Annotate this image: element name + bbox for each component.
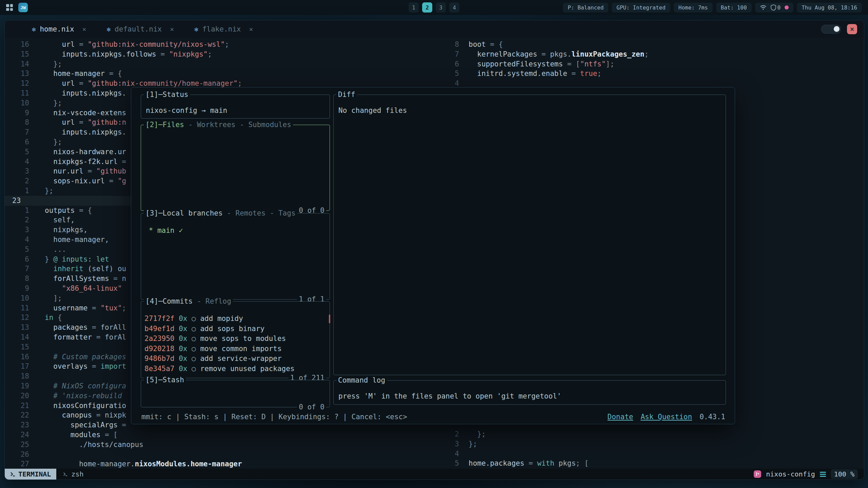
code-line: 26 <box>5 450 448 460</box>
line-number: 2 <box>5 176 39 186</box>
tab-close-icon[interactable]: × <box>170 25 174 33</box>
code-text: }; <box>462 429 486 439</box>
line-number: 3 <box>5 225 39 235</box>
lazygit-panel-commits[interactable]: [4]─Commits - Reflog 2717f2f 0x ○ add mo… <box>141 301 330 378</box>
panel-title: [2]─Files - Worktrees - Submodules <box>144 120 293 130</box>
code-text: ]; <box>39 293 62 303</box>
commit-row[interactable]: b49ef1d 0x ○ add sops binary <box>144 324 326 334</box>
tab-label: flake.nix <box>202 25 241 33</box>
shell-label: zsh <box>71 470 83 478</box>
ask-question-link[interactable]: Ask Question <box>640 413 692 421</box>
commit-row[interactable]: 9486b7d 0x ○ add service-wrapper <box>144 354 326 364</box>
editor-window: ✻home.nix×✻default.nix×✻flake.nix× × 16 … <box>4 20 864 480</box>
line-number: 20 <box>5 391 39 401</box>
panel-title: [4]─Commits - Reflog <box>144 297 233 306</box>
tab-close-icon[interactable]: × <box>249 25 253 33</box>
workspace-switcher: 1234 <box>409 2 459 13</box>
line-number: 1 <box>5 206 39 216</box>
code-text: nixpkgs-f2k.url = <box>39 157 126 167</box>
tab-close-icon[interactable]: × <box>82 25 86 33</box>
window-close-button[interactable]: × <box>847 24 857 34</box>
mode-badge: TERMINAL <box>5 469 56 480</box>
code-text: nix-vscode-extens <box>39 108 126 118</box>
line-number: 7 <box>5 264 39 274</box>
workspace-4[interactable]: 4 <box>449 2 459 13</box>
lazygit-panel-command-log[interactable]: Command log press 'M' in the files panel… <box>333 380 726 405</box>
line-number: 25 <box>5 440 39 450</box>
line-number: 12 <box>5 313 39 323</box>
tab-home.nix[interactable]: ✻home.nix× <box>32 25 86 33</box>
nix-icon: ✻ <box>107 25 111 33</box>
terminal-icon <box>10 471 16 477</box>
commit-row[interactable]: 8e345a7 0x ○ remove unused packages <box>144 364 326 374</box>
lazygit-window[interactable]: [1]─Status nixos-config → main [2]─Files… <box>131 87 735 424</box>
lazygit-panel-status[interactable]: [1]─Status nixos-config → main <box>141 95 330 119</box>
logo-badge[interactable]: JW <box>18 3 28 12</box>
shield-count: 0 <box>777 4 781 11</box>
code-text: }; <box>39 98 62 108</box>
app-launcher-icon[interactable] <box>6 4 13 11</box>
keybindings-hint: mmit: c | Stash: s | Reset: D | Keybindi… <box>141 413 407 421</box>
editor-content[interactable]: 16 url = "github:nix-community/nixos-wsl… <box>5 38 864 469</box>
code-text: # NixOS configura <box>39 381 126 391</box>
code-text: ./hosts/canopus <box>39 440 143 450</box>
terminal-tab-zsh[interactable]: zsh <box>56 470 90 478</box>
line-number: 13 <box>5 69 39 79</box>
code-line: 13 home-manager = { <box>5 69 448 79</box>
nix-icon: ✻ <box>194 25 198 33</box>
lazygit-panel-branches[interactable]: [3]─Local branches - Remotes - Tags * ma… <box>141 213 330 300</box>
line-number: 4 <box>450 449 462 459</box>
line-number: 14 <box>5 59 39 69</box>
diff-content: No changed files <box>334 95 726 117</box>
code-text <box>39 450 45 460</box>
lines-icon <box>820 472 826 477</box>
code-text: formatter = forAl <box>39 332 126 342</box>
panel-title: Diff <box>336 90 357 100</box>
code-line: 27 home-manager.nixosModules.home-manage… <box>5 459 448 469</box>
workspace-3[interactable]: 3 <box>436 2 446 13</box>
line-number: 12 <box>5 79 39 88</box>
workspace-2[interactable]: 2 <box>422 2 432 13</box>
code-text: nixos-hardware.ur <box>39 147 126 157</box>
code-text: modules = [ <box>39 430 118 440</box>
lazygit-panel-files[interactable]: [2]─Files - Worktrees - Submodules 0 of … <box>141 125 330 211</box>
tab-label: default.nix <box>115 25 162 33</box>
code-text: outputs = { <box>39 206 92 216</box>
toggle-knob <box>834 26 840 32</box>
code-text: username = "tux"; <box>39 303 126 313</box>
code-text: }; <box>39 59 62 69</box>
status-pill-2: Home: 7ms <box>674 3 713 13</box>
line-number: 4 <box>5 235 39 245</box>
repo-icon <box>754 470 761 478</box>
line-number: 9 <box>5 284 39 293</box>
commit-row[interactable]: 2717f2f 0x ○ add mopidy <box>144 314 326 324</box>
line-number: 3 <box>450 439 462 449</box>
donate-link[interactable]: Donate <box>608 413 633 421</box>
line-number: 13 <box>5 323 39 332</box>
workspace-1[interactable]: 1 <box>409 2 419 13</box>
lazygit-panel-stash[interactable]: [5]─Stash 0 of 0 <box>141 380 330 407</box>
palette-icon <box>785 5 789 9</box>
code-text: inherit (self) ou <box>39 264 126 274</box>
panel-count: 0 of 0 <box>297 402 326 412</box>
code-text: url = "github:n <box>39 118 126 127</box>
code-line: 3}; <box>450 439 864 449</box>
tab-flake.nix[interactable]: ✻flake.nix× <box>194 25 253 33</box>
window-toggle[interactable] <box>821 25 841 34</box>
commits-scrollbar[interactable] <box>329 314 330 323</box>
lazygit-panel-diff[interactable]: Diff No changed files <box>333 95 726 375</box>
code-text: } @ inputs: let <box>39 255 109 264</box>
commit-row[interactable]: d920218 0x ○ move common imports <box>144 344 326 354</box>
status-pill-3: Bat: 100 <box>716 3 752 13</box>
commit-row[interactable]: 2a23950 0x ○ move sops to modules <box>144 334 326 344</box>
system-tray[interactable]: 0 <box>755 3 794 13</box>
clock: Thu Aug 08, 18:16 <box>797 3 862 13</box>
code-line: 25 ./hosts/canopus <box>5 440 448 450</box>
line-number: 7 <box>5 127 39 137</box>
tab-default.nix[interactable]: ✻default.nix× <box>107 25 174 33</box>
code-text: forAllSystems = n <box>39 274 126 284</box>
line-number: 11 <box>5 303 39 313</box>
line-number: 22 <box>5 410 39 420</box>
branch-row[interactable]: * main ✓ <box>144 226 326 236</box>
shield-icon <box>771 4 776 11</box>
